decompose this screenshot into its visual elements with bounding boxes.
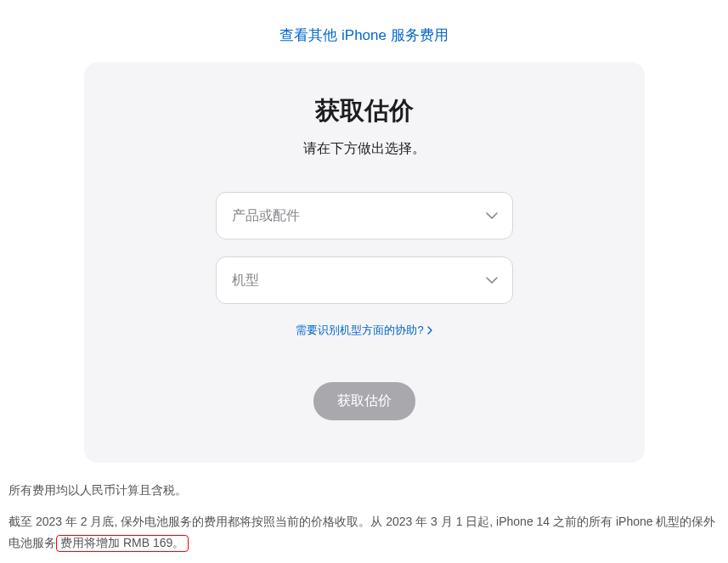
- card-title: 获取估价: [118, 94, 611, 128]
- model-select[interactable]: 机型: [216, 256, 513, 304]
- help-link-text: 需要识别机型方面的协助?: [296, 323, 423, 338]
- model-select-wrap: 机型: [216, 256, 513, 304]
- footer: 所有费用均以人民币计算且含税。 截至 2023 年 2 月底, 保外电池服务的费…: [0, 463, 728, 555]
- footer-note-currency: 所有费用均以人民币计算且含税。: [8, 480, 720, 501]
- chevron-right-icon: [427, 324, 432, 337]
- submit-row: 获取估价: [118, 382, 611, 420]
- get-estimate-button[interactable]: 获取估价: [313, 382, 415, 420]
- identify-model-help-link[interactable]: 需要识别机型方面的协助?: [296, 323, 432, 338]
- footer-note-price: 截至 2023 年 2 月底, 保外电池服务的费用都将按照当前的价格收取。从 2…: [8, 511, 720, 554]
- top-link-container: 查看其他 iPhone 服务费用: [0, 0, 728, 62]
- card-subtitle: 请在下方做出选择。: [118, 140, 611, 158]
- other-services-link[interactable]: 查看其他 iPhone 服务费用: [279, 27, 448, 43]
- product-select-wrap: 产品或配件: [216, 192, 513, 239]
- estimate-card: 获取估价 请在下方做出选择。 产品或配件 机型 需要识别机型方面的协助? 获取估…: [84, 62, 645, 463]
- price-increase-highlight: 费用将增加 RMB 169。: [56, 535, 189, 552]
- product-select[interactable]: 产品或配件: [216, 192, 513, 239]
